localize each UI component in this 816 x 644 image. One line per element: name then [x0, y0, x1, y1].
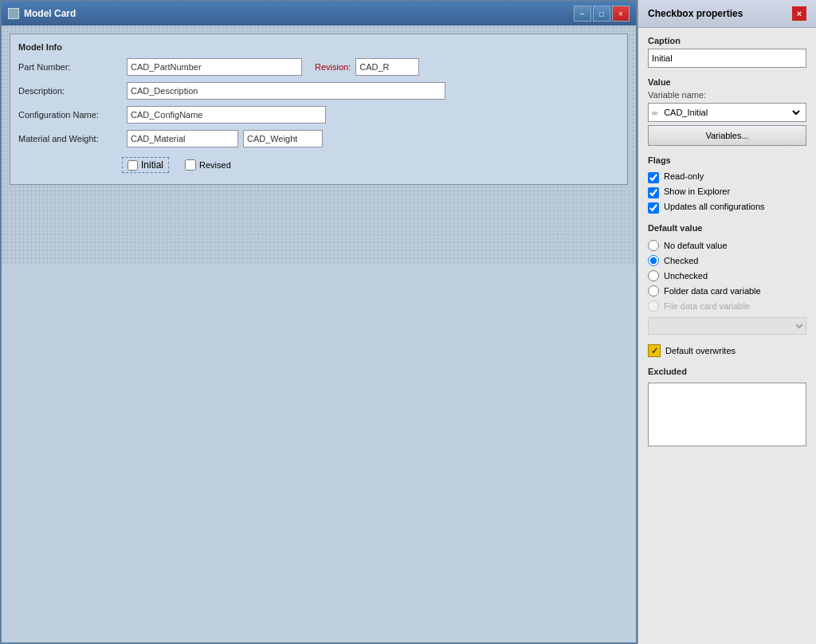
initial-checkbox-wrapper: Initial	[122, 157, 169, 173]
variable-select-wrapper: ∞ CAD_Initial	[648, 103, 806, 122]
material-weight-label: Material and Weight:	[18, 134, 122, 143]
model-card-body: Model Info Part Number: Revision: Descri…	[2, 26, 636, 265]
value-section: Value Variable name: ∞ CAD_Initial Varia…	[648, 77, 806, 146]
description-input[interactable]	[127, 82, 445, 100]
title-bar-left: Model Card	[8, 8, 76, 19]
close-button[interactable]: ×	[612, 6, 630, 22]
config-name-row: Configuration Name:	[18, 106, 619, 124]
flag-readonly-item: Read-only	[648, 171, 806, 183]
part-number-input[interactable]	[127, 58, 302, 76]
model-card-window: Model Card − □ × Model Info Part Number:…	[0, 0, 638, 644]
radio-file-item: File data card variable	[648, 300, 806, 312]
revision-label: Revision:	[315, 62, 351, 72]
material-weight-row: Material and Weight:	[18, 130, 619, 147]
flag-readonly-checkbox[interactable]	[648, 172, 659, 183]
variable-name-label: Variable name:	[648, 90, 806, 100]
default-overwrites-checkbox[interactable]	[648, 344, 661, 357]
title-bar: Model Card − □ ×	[2, 2, 636, 26]
radio-folder[interactable]	[648, 285, 659, 296]
revised-checkbox-item: Revised	[185, 159, 231, 171]
part-number-label: Part Number:	[18, 62, 122, 72]
radio-unchecked[interactable]	[648, 270, 659, 281]
title-bar-buttons: − □ ×	[574, 6, 630, 22]
revised-label: Revised	[199, 160, 231, 170]
right-panel-body: Caption Value Variable name: ∞ CAD_Initi…	[638, 28, 816, 454]
flag-updates-all-checkbox[interactable]	[648, 202, 659, 214]
radio-checked[interactable]	[648, 255, 659, 266]
radio-no-default[interactable]	[648, 240, 659, 251]
default-overwrites-label: Default overwrites	[665, 346, 736, 355]
default-value-dropdown	[648, 317, 806, 335]
caption-section: Caption	[648, 36, 806, 68]
default-value-section: Default value No default value Checked U…	[648, 223, 806, 335]
caption-input[interactable]	[648, 49, 806, 68]
weight-input[interactable]	[243, 130, 323, 147]
caption-label: Caption	[648, 36, 806, 45]
radio-file-label: File data card variable	[664, 301, 750, 311]
revised-checkbox[interactable]	[185, 159, 196, 171]
description-label: Description:	[18, 86, 122, 96]
right-panel-close-button[interactable]: ×	[792, 6, 806, 21]
initial-label: Initial	[141, 159, 163, 171]
radio-file	[648, 300, 659, 312]
config-name-label: Configuration Name:	[18, 110, 122, 120]
model-info-group: Model Info Part Number: Revision: Descri…	[10, 33, 628, 185]
flags-label: Flags	[648, 155, 806, 165]
right-panel-header: Checkbox properties ×	[638, 0, 816, 28]
variables-button[interactable]: Variables...	[648, 125, 806, 146]
variable-select[interactable]: CAD_Initial	[661, 107, 802, 118]
part-number-row: Part Number: Revision:	[18, 58, 619, 76]
minimize-button[interactable]: −	[574, 6, 591, 22]
variable-prefix: ∞	[652, 108, 657, 117]
material-input[interactable]	[127, 130, 238, 147]
default-value-label: Default value	[648, 223, 806, 233]
radio-folder-label: Folder data card variable	[664, 286, 761, 296]
excluded-textarea[interactable]	[648, 383, 806, 446]
flag-show-in-explorer-label: Show in Explorer	[664, 187, 730, 196]
value-section-label: Value	[648, 77, 806, 87]
radio-unchecked-label: Unchecked	[664, 271, 708, 281]
window-title: Model Card	[24, 8, 76, 19]
initial-checkbox[interactable]	[128, 160, 138, 171]
maximize-button[interactable]: □	[593, 6, 610, 22]
flag-updates-all-item: Updates all configurations	[648, 202, 806, 214]
right-panel: Checkbox properties × Caption Value Vari…	[638, 0, 816, 644]
flag-show-in-explorer-checkbox[interactable]	[648, 187, 659, 198]
excluded-label: Excluded	[648, 367, 806, 376]
model-card-icon	[8, 8, 19, 19]
flag-show-in-explorer-item: Show in Explorer	[648, 187, 806, 198]
radio-checked-item: Checked	[648, 255, 806, 266]
default-overwrites-section: Default overwrites	[648, 344, 806, 357]
radio-checked-label: Checked	[664, 256, 698, 265]
description-row: Description:	[18, 82, 619, 100]
checkboxes-row: Initial Revised	[18, 154, 619, 176]
radio-unchecked-item: Unchecked	[648, 270, 806, 281]
right-panel-title: Checkbox properties	[648, 8, 743, 19]
flags-section: Flags Read-only Show in Explorer Updates…	[648, 155, 806, 214]
flag-readonly-label: Read-only	[664, 171, 704, 181]
group-label: Model Info	[18, 42, 619, 52]
flag-updates-all-label: Updates all configurations	[664, 202, 765, 211]
revision-input[interactable]	[355, 58, 419, 76]
radio-folder-item: Folder data card variable	[648, 285, 806, 296]
config-name-input[interactable]	[127, 106, 326, 124]
radio-no-default-item: No default value	[648, 240, 806, 251]
excluded-section: Excluded	[648, 367, 806, 446]
radio-no-default-label: No default value	[664, 241, 728, 250]
